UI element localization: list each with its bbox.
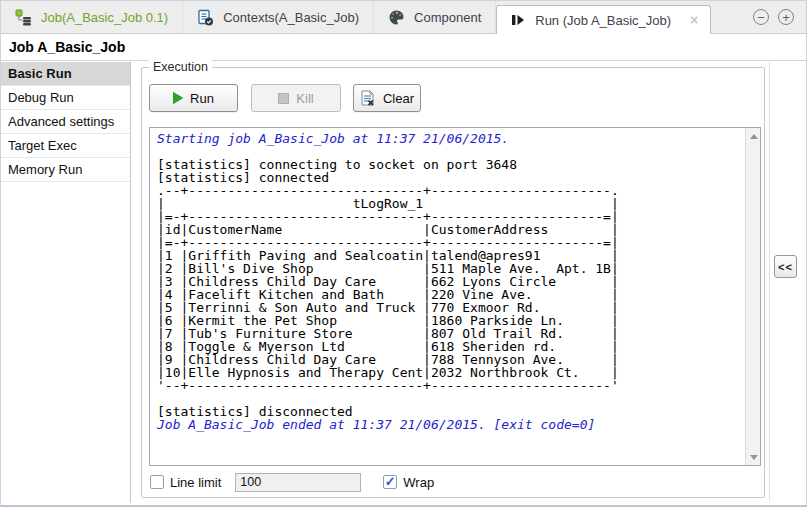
execution-button-row: Run Kill Clear [149, 84, 421, 112]
contexts-icon [197, 9, 214, 26]
window-controls: − + [753, 1, 806, 33]
page-title: Job A_Basic_Job [9, 39, 125, 55]
console-scrollbar[interactable] [745, 128, 760, 465]
sidebar-item-advanced-settings[interactable]: Advanced settings [1, 110, 130, 134]
clear-document-icon [360, 90, 376, 107]
tab-close-icon[interactable]: × [690, 13, 698, 27]
component-icon [388, 9, 405, 26]
tab-job[interactable]: Job(A_Basic_Job 0.1) [1, 1, 183, 33]
line-limit-label: Line limit [170, 475, 221, 490]
execution-group-label: Execution [149, 60, 212, 74]
tab-strip: Job(A_Basic_Job 0.1)Contexts(A_Basic_Job… [1, 1, 806, 34]
console-line: Job A_Basic_Job ended at 11:37 21/06/201… [157, 418, 742, 431]
wrap-label: Wrap [403, 475, 434, 490]
tab-label: Run (Job A_Basic_Job) [535, 13, 671, 28]
title-row: Job A_Basic_Job [1, 34, 806, 61]
tab-label: Job(A_Basic_Job 0.1) [41, 10, 168, 25]
clear-button[interactable]: Clear [353, 84, 421, 112]
kill-button[interactable]: Kill [251, 84, 341, 112]
run-view-window: Job(A_Basic_Job 0.1)Contexts(A_Basic_Job… [0, 0, 807, 507]
tab-label: Contexts(A_Basic_Job) [223, 10, 359, 25]
wrap-checkbox[interactable] [383, 475, 397, 489]
scroll-up-icon[interactable] [746, 129, 761, 143]
execution-groupbox: Execution Run Kill [141, 67, 765, 498]
play-icon [173, 92, 183, 104]
run-button-label: Run [190, 91, 214, 106]
console-line: Starting job A_Basic_Job at 11:37 21/06/… [157, 132, 742, 145]
minimize-view-icon[interactable]: − [753, 9, 769, 25]
line-limit-input[interactable] [235, 473, 361, 492]
console-options-row: Line limit Wrap [150, 472, 434, 492]
run-icon [509, 12, 526, 29]
console-output: Starting job A_Basic_Job at 11:37 21/06/… [157, 132, 742, 465]
kill-button-label: Kill [296, 91, 313, 106]
sidebar-item-basic-run[interactable]: Basic Run [1, 62, 130, 86]
sidebar-item-target-exec[interactable]: Target Exec [1, 134, 130, 158]
stop-icon [278, 93, 289, 104]
sidebar-item-memory-run[interactable]: Memory Run [1, 158, 130, 182]
panel-separator [769, 62, 770, 501]
clear-button-label: Clear [383, 91, 414, 106]
run-button[interactable]: Run [149, 84, 238, 112]
tab-component[interactable]: Component [374, 1, 496, 33]
collapse-panel-button[interactable]: << [774, 255, 797, 278]
run-view-sidebar: Basic RunDebug RunAdvanced settingsTarge… [1, 62, 131, 503]
tab-list: Job(A_Basic_Job 0.1)Contexts(A_Basic_Job… [1, 1, 711, 33]
job-icon [15, 9, 32, 26]
console-line: '--+------------------------------+-----… [157, 379, 742, 392]
maximize-view-icon[interactable]: + [778, 9, 794, 25]
execution-console[interactable]: Starting job A_Basic_Job at 11:37 21/06/… [149, 127, 761, 466]
tab-label: Component [414, 10, 481, 25]
line-limit-checkbox[interactable] [150, 475, 164, 489]
tab-run[interactable]: Run (Job A_Basic_Job)× [496, 5, 711, 34]
sidebar-item-debug-run[interactable]: Debug Run [1, 86, 130, 110]
tab-contexts[interactable]: Contexts(A_Basic_Job) [183, 1, 374, 33]
wrap-option: Wrap [383, 475, 434, 490]
scroll-down-icon[interactable] [746, 450, 761, 464]
